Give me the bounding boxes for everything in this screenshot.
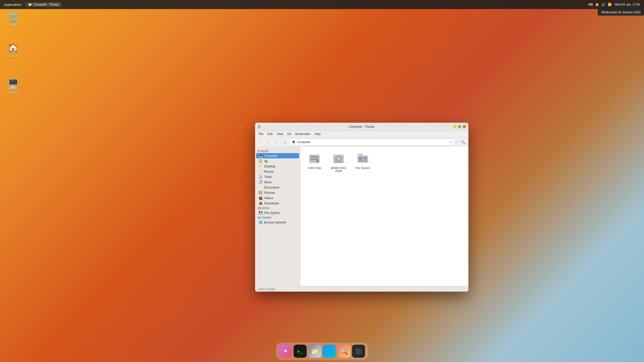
dock-item-search[interactable]: 🔍 — [337, 345, 350, 358]
home-icon: 🏠 — [7, 42, 19, 54]
devices-header: Devices — [255, 206, 300, 210]
forward-button[interactable]: › — [265, 139, 272, 146]
dvd-label: QEMU DVD-ROM — [330, 166, 347, 172]
sidebar-label-recent: Recent — [264, 170, 274, 173]
pictures-icon: 🖼️ — [259, 191, 263, 195]
search-button[interactable]: 🔍 — [459, 139, 466, 146]
back-button[interactable]: ‹ — [257, 139, 264, 146]
location-text[interactable]: Computer — [297, 140, 448, 144]
files-manager-icon: 📁 — [311, 347, 319, 355]
sidebar-item-dg[interactable]: 🏠 dg — [256, 158, 299, 164]
trash-sidebar-icon: 🗑️ — [259, 175, 263, 179]
sidebar-label-trash: Trash — [264, 175, 272, 179]
menu-help[interactable]: Help — [313, 132, 322, 136]
svg-rect-10 — [359, 157, 363, 160]
sidebar-label-videos: Videos — [264, 196, 273, 200]
home-button[interactable]: ⌂ — [281, 139, 288, 146]
menu-file[interactable]: File — [257, 132, 265, 136]
dg-icon: 🏠 — [259, 159, 263, 163]
app-menu[interactable]: Applications — [4, 3, 22, 7]
status-text: 3 files; 0 bytes — [258, 288, 275, 291]
taskbar-top: Applications 📁 Computer - Thunar ⌨ 🔔 🔊 📶… — [0, 0, 644, 9]
sidebar-item-music[interactable]: 🎵 Music — [256, 179, 299, 185]
desktop-icon-home[interactable]: 🏠 Home — [4, 42, 22, 58]
desktop-folder-label: Desktop — [8, 91, 19, 95]
sidebar-label-browse-network: Browse Network — [264, 221, 286, 224]
close-button[interactable] — [463, 125, 466, 128]
filesystem-label: File System — [355, 166, 370, 169]
desktop-icon: 📁 — [259, 164, 263, 168]
svg-point-7 — [338, 158, 340, 160]
svg-rect-2 — [310, 158, 318, 160]
desktop-folder-icon: 🖥️ — [7, 78, 19, 90]
thunar-window: ☰ Computer - Thunar File Edit View Go Bo… — [255, 123, 468, 292]
sidebar-item-trash[interactable]: 🗑️ Trash — [256, 174, 299, 179]
sidebar-label-pictures: Pictures — [264, 191, 275, 195]
trash-icon: 🗑️ — [7, 11, 19, 23]
dock-item-launcher[interactable]: ✦ — [279, 345, 292, 358]
file-item-virtio[interactable]: VirtIO Disk — [304, 151, 325, 174]
dock-item-network[interactable]: 🌐 — [323, 345, 336, 358]
videos-icon: 🎬 — [259, 196, 263, 200]
sidebar-item-pictures[interactable]: 🖼️ Pictures — [256, 190, 299, 195]
keyboard-icon[interactable]: ⌨ — [588, 3, 593, 6]
sidebar-label-documents: Documents — [264, 186, 279, 189]
search-magnifier-icon: 🔍 — [340, 347, 348, 355]
computer-icon: 💻 — [259, 154, 263, 158]
dock-item-files[interactable]: 📁 — [308, 345, 321, 358]
sidebar-item-computer[interactable]: 💻 Computer — [256, 153, 299, 158]
menu-bookmarks[interactable]: Bookmarks — [294, 132, 312, 136]
sidebar-label-dg: dg — [264, 159, 267, 163]
location-edit-icon[interactable]: ✏ — [450, 140, 452, 144]
svg-rect-1 — [310, 156, 318, 158]
system-tray-icons: ⌨ 🔔 🔊 📶 — [588, 3, 612, 6]
sidebar-item-downloads[interactable]: 📥 Downloads — [256, 201, 299, 206]
sidebar-item-recent[interactable]: 🕐 Recent — [256, 169, 299, 174]
svg-point-4 — [317, 161, 318, 162]
svg-rect-14 — [358, 154, 363, 156]
dock: ✦ ▶_ 📁 🌐 🔍 ⬛ — [276, 343, 368, 359]
maximize-button[interactable] — [458, 125, 461, 128]
filesystem-icon — [356, 152, 369, 165]
location-bar: 💻 Computer ✏ — [289, 139, 454, 145]
window-title: Computer - Thunar — [349, 125, 374, 128]
toolbar: ‹ › ↑ ⌂ 💻 Computer ✏ › 🔍 — [255, 137, 468, 147]
file-item-filesystem[interactable]: File System — [353, 151, 373, 174]
desktop: Applications 📁 Computer - Thunar ⌨ 🔔 🔊 📶… — [0, 0, 644, 362]
dock-item-workspaces[interactable]: ⬛ — [352, 345, 365, 358]
window-task-button[interactable]: 📁 Computer - Thunar — [26, 2, 61, 7]
clock[interactable]: Wed 04 Jan, 17:54 — [615, 3, 640, 6]
sidebar-label-downloads: Downloads — [264, 202, 279, 205]
file-item-dvd[interactable]: QEMU DVD-ROM — [329, 151, 349, 174]
virtio-disk-label: VirtIO Disk — [308, 166, 321, 169]
desktop-icon-desktop[interactable]: 🖥️ Desktop — [4, 78, 22, 95]
sidebar-item-browse-network[interactable]: 🌐 Browse Network — [256, 220, 299, 225]
minimize-button[interactable] — [453, 125, 456, 128]
file-area: VirtIO Disk QEMU DVD-ROM — [300, 147, 468, 286]
location-arrow-right: › — [455, 140, 458, 144]
sidebar-item-documents[interactable]: 📄 Documents — [256, 185, 299, 190]
volume-icon[interactable]: 🔊 — [601, 3, 605, 6]
menu-view[interactable]: View — [275, 132, 285, 136]
home-label: Home — [9, 55, 17, 58]
terminal-icon: ▶_ — [298, 349, 302, 354]
hamburger-menu-icon[interactable]: ☰ — [258, 125, 261, 129]
svg-rect-11 — [359, 160, 367, 161]
sidebar-label-music: Music — [264, 180, 272, 184]
menu-go[interactable]: Go — [286, 132, 293, 136]
menu-edit[interactable]: Edit — [266, 132, 274, 136]
dock-item-terminal[interactable]: ▶_ — [294, 345, 307, 358]
sidebar-item-desktop[interactable]: 📁 Desktop — [256, 164, 299, 169]
network-header: Network — [255, 215, 300, 220]
svg-point-13 — [365, 158, 366, 159]
sidebar-item-videos[interactable]: 🎬 Videos — [256, 195, 299, 201]
menu-bar: File Edit View Go Bookmarks Help — [255, 131, 468, 137]
sidebar: Places 💻 Computer 🏠 dg 📁 Desktop 🕐 Recen… — [255, 147, 300, 286]
clock-icon[interactable]: 🔔 — [595, 3, 599, 6]
desktop-icon-trash[interactable]: 🗑️ Trash — [4, 11, 22, 28]
dvd-icon — [332, 152, 345, 165]
documents-icon: 📄 — [259, 186, 263, 189]
network-icon[interactable]: 📶 — [608, 3, 612, 6]
sidebar-item-file-system[interactable]: 💾 File System — [256, 210, 299, 215]
up-button[interactable]: ↑ — [273, 139, 280, 146]
